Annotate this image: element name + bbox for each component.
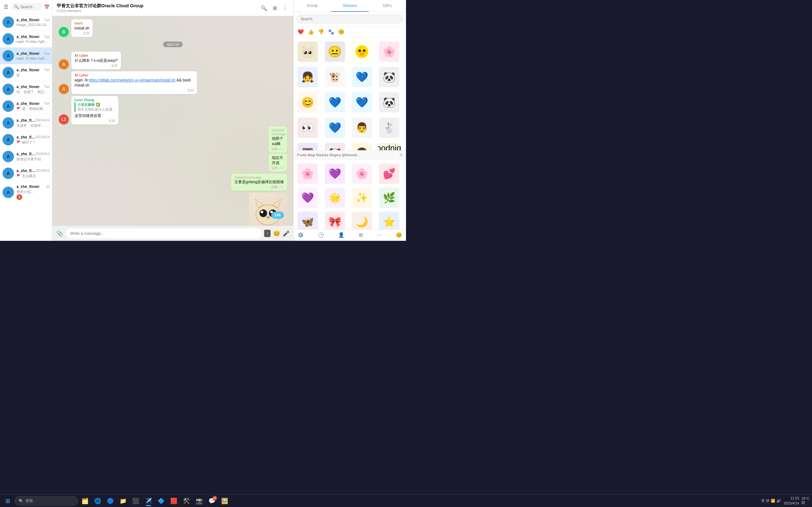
sticker-item[interactable]: 🌟 (323, 186, 346, 209)
chat-list-item[interactable]: A a_zhe_flover 2023/4/13 🚩 怎么解决 (0, 165, 52, 182)
chat-name-row: a_zhe_flover Tue (16, 35, 49, 39)
person-icon[interactable]: 👤 (337, 231, 346, 239)
avatar: A (3, 117, 14, 129)
smile-button[interactable]: 😊 (337, 27, 346, 36)
sticker-item[interactable]: 🌸 (378, 40, 401, 63)
thumbsup-button[interactable]: 👍 (306, 27, 315, 36)
pack-close-button[interactable]: ✕ (399, 153, 403, 158)
emoji-button[interactable]: 😊 (273, 230, 280, 237)
hamburger-button[interactable]: ☰ (3, 3, 9, 11)
chat-list-item[interactable]: A a_zhe_flover 2023/4/14 🚩 被封了？ (0, 131, 52, 148)
chat-list-item[interactable]: A a_zhe_flover Tue 对，实测了，我已经被甲骨文通知3... (0, 81, 52, 98)
message-meta: 9:26 ✓✓ (272, 147, 284, 151)
favorites-button[interactable]: ❤️ (296, 27, 305, 36)
chat-list-item[interactable]: A a_zhe_flover Tue image_2023-04-18_10-3… (0, 14, 52, 31)
sticker-item[interactable]: 🐻 (296, 142, 319, 150)
sticker-item[interactable]: 🌸 (296, 162, 319, 185)
search-input[interactable] (20, 5, 40, 9)
sticker-item[interactable]: 🌙 (351, 210, 373, 229)
sticker-item[interactable] (351, 40, 373, 63)
message-sender: Leon Zhang (74, 98, 115, 102)
voice-button[interactable]: 🎤 (283, 230, 290, 237)
thumbsdown-button[interactable]: 👎 (316, 27, 325, 36)
sticker-search-input[interactable] (296, 14, 403, 23)
message-text: install.sh (74, 26, 90, 31)
chat-name-row: a_zhe_flover 2023/4/14 (16, 152, 49, 156)
sticker-item[interactable]: 💙 (323, 116, 346, 139)
message-bubble: Deleted message 主要是golang反编译比较困难 9:30 ✓✓ (231, 174, 287, 191)
sticker-item[interactable] (296, 40, 319, 63)
calendar-button[interactable]: 📅 (44, 4, 49, 9)
sticker-grid-2: 👧 🐮 💙 🐼 (296, 66, 403, 89)
tab-stickers[interactable]: Stickers (331, 0, 368, 12)
message-check: ✓✓ (279, 147, 284, 151)
tab-gifs[interactable]: GIFs (368, 0, 406, 12)
attach-button[interactable]: 📎 (56, 230, 63, 237)
search-chat-button[interactable]: 🔍 (259, 4, 268, 12)
sticker-item[interactable]: 👧 (351, 142, 373, 150)
sticker-item[interactable]: 😐 (323, 40, 346, 63)
chat-info: a_zhe_flover 2023/4/14 先这样，在那样，ok，注册成功 (16, 118, 49, 128)
chat-list-item[interactable]: A a_zhe_flover Tue wget -N https://gitla… (0, 48, 52, 64)
chat-info: a_zhe_flover Tue 对，实测了，我已经被甲骨文通知3... (16, 84, 49, 95)
settings-icon[interactable]: ⚙️ (296, 231, 305, 239)
smile-icon[interactable]: 😊 (395, 231, 403, 239)
message-link[interactable]: https://gitlab.com/rwkgyg/x-ui-yg/raw/ma… (89, 78, 175, 82)
chat-list-item[interactable]: A a_zhe_flover Tue 🚩 佬，用他的脚本，被甲骨文检测出... (0, 98, 52, 115)
sticker-item[interactable]: 💜 (323, 162, 346, 185)
message-row: Deleted message 主要是golang反编译比较困难 9:30 ✓✓ (59, 174, 287, 191)
svg-point-18 (359, 53, 364, 56)
sticker-item[interactable]: 👧 (296, 66, 319, 89)
message-text: 现在不开源 (272, 155, 284, 166)
sticker-item[interactable]: 🐼 (378, 91, 401, 114)
chat-list-item[interactable]: A a_zhe_flover 2023/4/14 你借记卡查不到 (0, 148, 52, 165)
message-bubble: Leon Zhang 小龙女她爸 ✅ 我不太明白是什么意愿... 这里你随便设置… (71, 96, 118, 124)
chat-list-item[interactable]: A a_zhe_flover 2023/4/14 先这样，在那样，ok，注册成功 (0, 115, 52, 131)
sticker-item[interactable]: 👨 (351, 116, 373, 139)
sticker-item[interactable]: 🐼 (323, 142, 346, 150)
chat-list-item[interactable]: A a_zhe_flover Tue wget -N https://gitla… (0, 31, 52, 48)
command-button[interactable]: / (264, 230, 270, 237)
chat-list-item[interactable]: A a_zhe_flover 20 推荐介绍... 3 (0, 182, 52, 203)
avatar: A (3, 101, 14, 112)
sticker-item[interactable]: 💙 (351, 66, 373, 89)
svg-point-15 (356, 45, 368, 58)
grid-icon[interactable]: ⊞ (357, 231, 364, 239)
message-input[interactable] (66, 228, 262, 238)
message-time: 9:26 (109, 119, 115, 123)
deleted-label: Deleted message (272, 128, 284, 136)
more-options-button[interactable]: ⋮ (281, 4, 289, 12)
sticker-item[interactable]: 💕 (378, 162, 401, 185)
sticker-item[interactable]: 💜 (296, 186, 319, 209)
sticker-grid-4: 👀 💙 👨 🐇 (296, 116, 403, 139)
sticker-item[interactable]: 💙 (351, 91, 373, 114)
clock-icon[interactable]: 🕐 (316, 231, 325, 239)
column-view-button[interactable]: ⊞ (271, 4, 278, 12)
sticker-item[interactable]: 🐇 (378, 116, 401, 139)
sticker-item[interactable]: Goodnight ~ (378, 142, 401, 150)
sticker-panel: Emoji Stickers GIFs ❤️ 👍 👎 🐾 😊 (293, 0, 406, 241)
scroll-down-badge[interactable]: 246 (271, 212, 284, 219)
sticker-item[interactable]: 🦋 (296, 210, 319, 229)
sticker-item[interactable]: 🌸 (351, 162, 373, 185)
svg-point-9 (304, 51, 307, 54)
sticker-item[interactable]: 😊 (296, 91, 319, 114)
sticker-item[interactable]: 🐼 (378, 66, 401, 89)
sticker-item[interactable]: ⭐ (378, 210, 401, 229)
sticker-grid-5: 🐻 🐼 👧 Goodnight ~ (296, 142, 403, 150)
tab-emoji[interactable]: Emoji (294, 0, 331, 12)
quote-text: 我不太明白是什么意愿... (78, 107, 115, 112)
sticker-item[interactable]: 🎀 (323, 210, 346, 229)
sticker-item[interactable]: ✨ (351, 186, 373, 209)
chat-preview: 🚩 佬，用他的脚本，被甲骨文检测出... (16, 107, 49, 111)
more-icon[interactable]: ⋯ (375, 231, 383, 239)
recent-button[interactable]: 🐾 (327, 27, 336, 36)
message-bubble: AI cyber wget -N https://gitlab.com/rwkg… (71, 71, 197, 95)
sticker-item[interactable]: 💙 (323, 91, 346, 114)
chat-name: a_zhe_flover (16, 51, 40, 56)
chat-list-item[interactable]: A a_zhe_flover Tue 好 (0, 64, 52, 81)
sticker-item[interactable]: 👀 (296, 116, 319, 139)
sticker-item[interactable]: 🌿 (378, 186, 401, 209)
chat-list: A a_zhe_flover Tue image_2023-04-18_10-3… (0, 14, 52, 241)
sticker-item[interactable]: 🐮 (323, 66, 346, 89)
